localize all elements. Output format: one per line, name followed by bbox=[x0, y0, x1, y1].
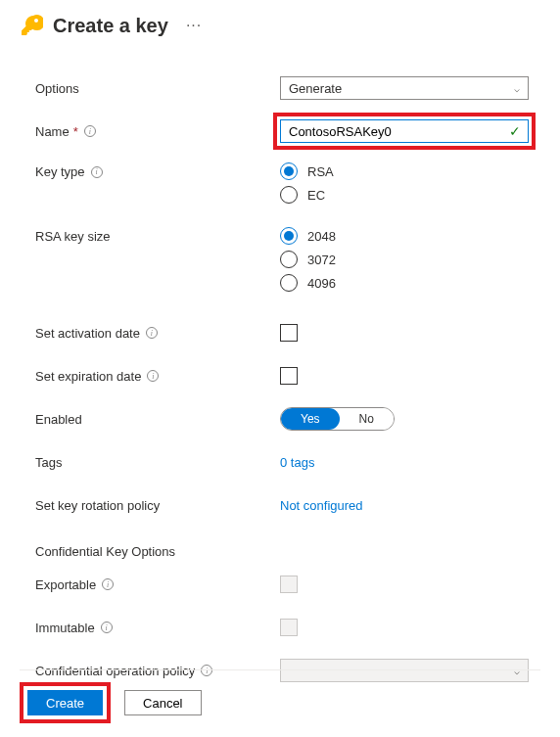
rotation-link[interactable]: Not configured bbox=[280, 498, 363, 513]
radio-icon bbox=[280, 274, 298, 292]
cancel-button[interactable]: Cancel bbox=[124, 690, 201, 715]
options-label: Options bbox=[35, 81, 79, 96]
footer: Create Cancel bbox=[20, 669, 540, 723]
radio-label: 2048 bbox=[307, 229, 336, 244]
info-icon[interactable]: i bbox=[102, 578, 114, 590]
enabled-label: Enabled bbox=[35, 412, 82, 427]
info-icon[interactable]: i bbox=[84, 125, 96, 137]
tags-row: Tags 0 tags bbox=[35, 450, 529, 474]
toggle-no[interactable]: No bbox=[340, 408, 394, 430]
rotation-label: Set key rotation policy bbox=[35, 498, 160, 513]
create-button[interactable]: Create bbox=[27, 690, 103, 715]
keytype-option-ec[interactable]: EC bbox=[280, 186, 529, 204]
options-value: Generate bbox=[289, 81, 342, 96]
more-icon[interactable]: ··· bbox=[186, 17, 202, 34]
radio-label: EC bbox=[307, 188, 325, 203]
enabled-toggle[interactable]: Yes No bbox=[280, 407, 395, 431]
required-indicator: * bbox=[73, 124, 78, 139]
page-title: Create a key bbox=[53, 15, 168, 37]
options-row: Options Generate ⌵ bbox=[35, 76, 529, 100]
name-row: Name * i ✓ bbox=[35, 119, 529, 143]
immutable-checkbox[interactable] bbox=[280, 619, 298, 636]
keytype-row: Key type i RSA EC bbox=[35, 162, 529, 204]
rotation-row: Set key rotation policy Not configured bbox=[35, 493, 529, 517]
radio-label: RSA bbox=[307, 164, 334, 179]
info-icon[interactable]: i bbox=[91, 166, 103, 178]
radio-icon bbox=[280, 162, 298, 180]
keytype-option-rsa[interactable]: RSA bbox=[280, 162, 529, 180]
exportable-row: Exportable i bbox=[35, 573, 529, 596]
chevron-down-icon: ⌵ bbox=[514, 83, 520, 94]
keysize-option-2048[interactable]: 2048 bbox=[280, 227, 529, 245]
key-icon bbox=[20, 14, 43, 37]
toggle-yes[interactable]: Yes bbox=[281, 408, 340, 430]
name-input[interactable] bbox=[280, 119, 529, 143]
name-label: Name bbox=[35, 124, 70, 139]
enabled-row: Enabled Yes No bbox=[35, 407, 529, 431]
info-icon[interactable]: i bbox=[146, 327, 158, 339]
check-icon: ✓ bbox=[509, 123, 521, 139]
activation-row: Set activation date i bbox=[35, 321, 529, 345]
create-highlight: Create bbox=[20, 682, 111, 723]
activation-label: Set activation date bbox=[35, 326, 140, 341]
keysize-label: RSA key size bbox=[35, 229, 111, 244]
info-icon[interactable]: i bbox=[147, 370, 159, 382]
keysize-row: RSA key size 2048 3072 4096 bbox=[35, 227, 529, 292]
info-icon[interactable]: i bbox=[101, 622, 113, 633]
radio-icon bbox=[280, 227, 298, 245]
keysize-option-3072[interactable]: 3072 bbox=[280, 251, 529, 268]
keytype-label: Key type bbox=[35, 164, 85, 179]
radio-icon bbox=[280, 251, 298, 268]
expiration-row: Set expiration date i bbox=[35, 364, 529, 388]
radio-label: 4096 bbox=[307, 276, 336, 291]
expiration-checkbox[interactable] bbox=[280, 367, 298, 385]
tags-label: Tags bbox=[35, 455, 62, 470]
tags-link[interactable]: 0 tags bbox=[280, 455, 314, 470]
immutable-label: Immutable bbox=[35, 621, 95, 635]
expiration-label: Set expiration date bbox=[35, 369, 141, 384]
page-header: Create a key ··· bbox=[20, 14, 540, 37]
radio-label: 3072 bbox=[307, 253, 336, 267]
radio-icon bbox=[280, 186, 298, 204]
activation-checkbox[interactable] bbox=[280, 324, 298, 342]
form: Options Generate ⌵ Name * i ✓ Key type bbox=[20, 76, 540, 682]
name-highlight: ✓ bbox=[273, 113, 536, 150]
keysize-option-4096[interactable]: 4096 bbox=[280, 274, 529, 292]
options-select[interactable]: Generate ⌵ bbox=[280, 76, 529, 100]
exportable-checkbox[interactable] bbox=[280, 576, 298, 593]
immutable-row: Immutable i bbox=[35, 616, 529, 639]
exportable-label: Exportable bbox=[35, 577, 96, 592]
confidential-heading: Confidential Key Options bbox=[35, 544, 529, 559]
